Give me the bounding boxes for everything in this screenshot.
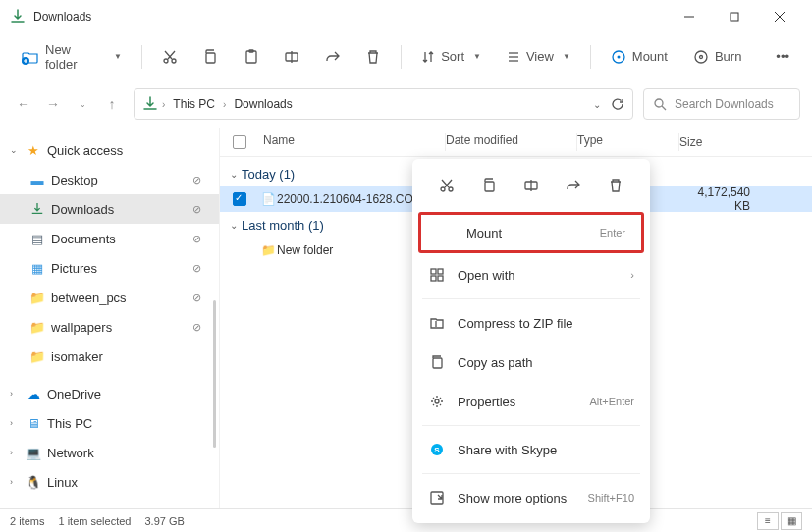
select-all-checkbox[interactable] (233, 135, 246, 149)
desktop-icon: ▬ (29, 172, 45, 187)
column-name[interactable]: Name (259, 133, 446, 151)
pin-icon: ⊘ (192, 233, 201, 245)
svg-rect-23 (485, 182, 494, 191)
cut-button[interactable] (152, 40, 188, 74)
chevron-down-icon: ▼ (114, 52, 122, 61)
minimize-button[interactable] (667, 0, 712, 33)
quick-access-header[interactable]: ⌄ ★ Quick access (0, 135, 219, 165)
search-icon (654, 98, 667, 111)
new-folder-label: New folder (45, 42, 105, 72)
burn-button[interactable]: Burn (683, 40, 751, 74)
svg-point-17 (695, 51, 707, 63)
ctx-properties-item[interactable]: Properties Alt+Enter (412, 382, 650, 421)
view-label: View (526, 49, 554, 64)
navigation-row: ← → ⌄ ↑ › This PC › Downloads ⌄ Search D… (0, 80, 812, 128)
chevron-down-icon: ⌄ (230, 169, 238, 180)
sort-button[interactable]: Sort ▼ (411, 40, 491, 74)
svg-line-20 (662, 106, 666, 110)
address-bar[interactable]: › This PC › Downloads ⌄ (134, 88, 633, 120)
more-icon (428, 489, 446, 506)
chevron-right-icon: › (630, 269, 634, 281)
sidebar-item-network[interactable]: › 💻 Network (0, 438, 219, 467)
folder-icon: 📁 (29, 319, 45, 335)
skype-icon: S (428, 441, 446, 458)
forward-button[interactable]: → (41, 92, 65, 116)
paste-button[interactable] (234, 40, 269, 74)
chevron-right-icon: › (10, 477, 20, 487)
chevron-right-icon: › (162, 99, 165, 110)
delete-button[interactable] (356, 40, 392, 74)
sidebar-item-desktop[interactable]: ▬ Desktop ⊘ (0, 165, 219, 194)
sidebar-item-wallpapers[interactable]: 📁 wallpapers ⊘ (0, 312, 219, 342)
svg-point-21 (441, 187, 445, 191)
copy-button[interactable] (192, 40, 228, 74)
status-items: 2 items (10, 515, 44, 527)
up-button[interactable]: ↑ (100, 92, 124, 116)
sidebar-item-between-pcs[interactable]: 📁 between_pcs ⊘ (0, 283, 219, 312)
context-menu: Mount Enter Open with › Compress to ZIP … (412, 159, 650, 523)
sidebar-item-onedrive[interactable]: › ☁ OneDrive (0, 379, 219, 408)
download-icon (29, 201, 45, 217)
sidebar-item-pictures[interactable]: ▦ Pictures ⊘ (0, 253, 219, 283)
ctx-rename-button[interactable] (516, 171, 546, 200)
chevron-down-icon: ▼ (563, 52, 570, 61)
recent-button[interactable]: ⌄ (71, 92, 94, 116)
chevron-down-icon[interactable]: ⌄ (593, 99, 601, 110)
share-button[interactable] (315, 40, 351, 74)
burn-icon (693, 49, 709, 65)
sidebar-item-linux[interactable]: › 🐧 Linux (0, 467, 219, 497)
ctx-share-button[interactable] (559, 171, 588, 200)
ctx-copy-path-item[interactable]: Copy as path (412, 343, 650, 382)
svg-point-19 (655, 99, 663, 107)
mount-icon (437, 224, 455, 241)
sidebar-item-downloads[interactable]: Downloads ⊘ (0, 194, 219, 224)
sidebar-item-documents[interactable]: ▤ Documents ⊘ (0, 224, 219, 253)
column-type[interactable]: Type (577, 133, 679, 151)
share-icon (566, 178, 581, 193)
svg-rect-29 (438, 276, 443, 281)
file-checkbox[interactable] (233, 192, 246, 206)
svg-rect-31 (433, 358, 442, 368)
close-button[interactable] (757, 0, 802, 33)
search-input[interactable]: Search Downloads (643, 88, 800, 120)
cloud-icon: ☁ (26, 386, 41, 401)
new-folder-icon (22, 48, 39, 66)
titlebar: Downloads (0, 0, 812, 33)
ctx-delete-button[interactable] (601, 171, 630, 200)
ctx-more-options-item[interactable]: Show more options Shift+F10 (412, 478, 650, 517)
details-view-button[interactable]: ≡ (757, 512, 779, 530)
new-folder-button[interactable]: New folder ▼ (12, 40, 132, 74)
folder-icon: 📁 (261, 243, 276, 257)
svg-point-6 (172, 59, 176, 63)
window-title: Downloads (33, 10, 667, 24)
column-size[interactable]: Size (679, 135, 756, 149)
mount-button[interactable]: Mount (601, 40, 677, 74)
svg-rect-8 (246, 51, 256, 63)
pin-icon: ⊘ (192, 203, 201, 216)
ctx-skype-item[interactable]: S Share with Skype (412, 430, 650, 469)
column-date[interactable]: Date modified (446, 133, 577, 151)
breadcrumb-segment[interactable]: Downloads (230, 95, 296, 113)
ctx-open-with-item[interactable]: Open with › (412, 255, 650, 294)
svg-rect-7 (206, 53, 215, 63)
download-icon (10, 9, 26, 25)
maximize-button[interactable] (712, 0, 757, 33)
back-button[interactable]: ← (12, 92, 35, 116)
chevron-down-icon: ⌄ (10, 145, 20, 155)
ctx-compress-item[interactable]: Compress to ZIP file (412, 303, 650, 343)
star-icon: ★ (26, 142, 41, 158)
refresh-button[interactable] (611, 97, 624, 111)
large-icons-view-button[interactable]: ▦ (781, 512, 802, 530)
ctx-cut-button[interactable] (432, 171, 461, 200)
ctx-mount-item[interactable]: Mount Enter (421, 215, 641, 250)
ctx-copy-button[interactable] (474, 171, 504, 200)
pin-icon: ⊘ (192, 321, 201, 334)
sidebar-item-thispc[interactable]: › 🖥 This PC (0, 408, 219, 438)
breadcrumb-segment[interactable]: This PC (169, 95, 219, 113)
more-button[interactable]: ••• (765, 40, 800, 74)
sidebar-item-isomaker[interactable]: 📁 isomaker (0, 342, 219, 371)
pin-icon: ⊘ (192, 262, 201, 275)
rename-button[interactable] (275, 40, 310, 74)
sort-label: Sort (441, 49, 464, 64)
view-button[interactable]: View ▼ (497, 40, 580, 74)
